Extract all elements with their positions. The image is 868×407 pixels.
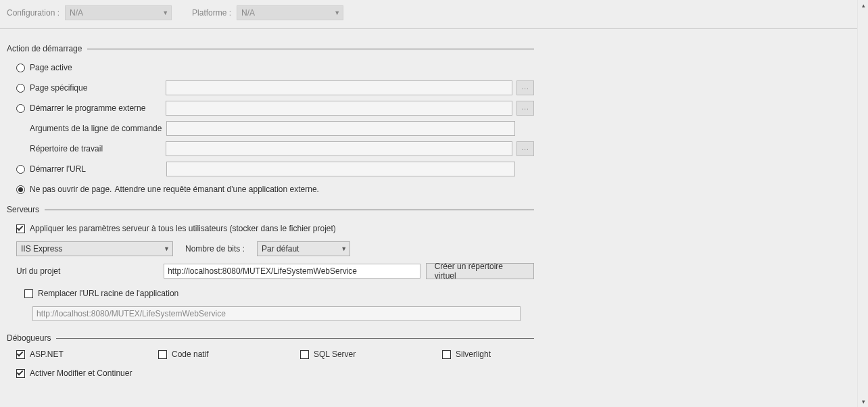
project-url-label: Url du projet	[16, 266, 164, 276]
cmd-args-input[interactable]	[166, 121, 515, 136]
check-aspnet-label: ASP.NET	[30, 350, 64, 359]
check-aspnet[interactable]	[16, 350, 25, 359]
section-title: Action de démarrage	[7, 44, 82, 53]
radio-specific-page[interactable]	[16, 84, 25, 93]
external-program-input[interactable]	[166, 101, 512, 116]
chevron-down-icon: ▼	[164, 245, 170, 252]
browse-external-program-button[interactable]: ...	[516, 101, 534, 116]
start-url-input[interactable]	[166, 162, 515, 176]
radio-start-url[interactable]	[16, 165, 25, 174]
chevron-down-icon: ▼	[162, 9, 168, 16]
specific-page-input[interactable]	[166, 80, 512, 95]
chevron-down-icon: ▼	[341, 245, 347, 252]
configuration-label: Configuration :	[7, 8, 59, 18]
check-silverlight[interactable]	[442, 350, 451, 359]
section-servers: Serveurs	[7, 205, 534, 214]
platform-label: Platforme :	[192, 8, 231, 18]
project-url-input[interactable]	[164, 264, 420, 279]
cmd-args-label: Arguments de la ligne de commande	[30, 124, 162, 133]
configuration-value: N/A	[70, 8, 83, 18]
check-silverlight-label: Silverlight	[456, 350, 491, 359]
browse-specific-page-button[interactable]: ...	[516, 80, 534, 95]
workdir-input[interactable]	[166, 141, 512, 156]
section-debuggers: Débogueurs	[7, 333, 534, 343]
check-override-root[interactable]	[24, 289, 33, 298]
check-apply-all-label: Appliquer les paramètres serveur à tous …	[30, 224, 336, 233]
browse-workdir-button[interactable]: ...	[516, 141, 534, 156]
server-type-value: IIS Express	[21, 244, 62, 254]
radio-start-url-label: Démarrer l'URL	[30, 164, 86, 174]
check-sql[interactable]	[300, 350, 309, 359]
bits-label: Nombre de bits :	[185, 244, 245, 254]
radio-no-page-label: Ne pas ouvrir de page.	[30, 185, 112, 194]
radio-active-page-label: Page active	[30, 63, 72, 72]
scroll-up-icon[interactable]: ▴	[858, 0, 868, 11]
workdir-label: Répertoire de travail	[30, 144, 103, 153]
check-override-root-label: Remplacer l'URL racine de l'application	[38, 289, 178, 298]
radio-specific-page-label: Page spécifique	[30, 83, 87, 93]
configuration-dropdown[interactable]: N/A ▼	[65, 5, 172, 20]
radio-external-program[interactable]	[16, 104, 25, 113]
scroll-down-icon[interactable]: ▾	[858, 396, 868, 407]
radio-external-program-label: Démarrer le programme externe	[30, 103, 145, 113]
bits-value: Par défaut	[262, 244, 299, 254]
platform-dropdown[interactable]: N/A ▼	[237, 5, 343, 20]
check-native-label: Code natif	[172, 350, 209, 359]
create-vdir-label: Créer un répertoire virtuel	[435, 262, 525, 281]
section-start-action: Action de démarrage	[7, 44, 534, 53]
check-native[interactable]	[158, 350, 167, 359]
radio-no-page[interactable]	[16, 185, 25, 194]
bits-dropdown[interactable]: Par défaut ▼	[257, 241, 350, 256]
chevron-down-icon: ▼	[334, 9, 340, 16]
check-edit-continue[interactable]	[16, 369, 25, 378]
server-type-dropdown[interactable]: IIS Express ▼	[16, 241, 173, 256]
no-page-note: Attendre une requête émanant d'une appli…	[114, 185, 319, 194]
check-apply-all[interactable]	[16, 224, 25, 233]
vertical-scrollbar[interactable]: ▴ ▾	[857, 0, 868, 407]
radio-active-page[interactable]	[16, 64, 25, 72]
check-sql-label: SQL Server	[314, 350, 356, 359]
check-edit-continue-label: Activer Modifier et Continuer	[30, 368, 132, 378]
section-title: Débogueurs	[7, 333, 51, 343]
platform-value: N/A	[241, 8, 255, 18]
section-title: Serveurs	[7, 205, 39, 214]
create-vdir-button[interactable]: Créer un répertoire virtuel	[426, 263, 534, 279]
override-root-input	[32, 306, 521, 321]
top-bar: Configuration : N/A ▼ Platforme : N/A ▼	[0, 0, 857, 29]
